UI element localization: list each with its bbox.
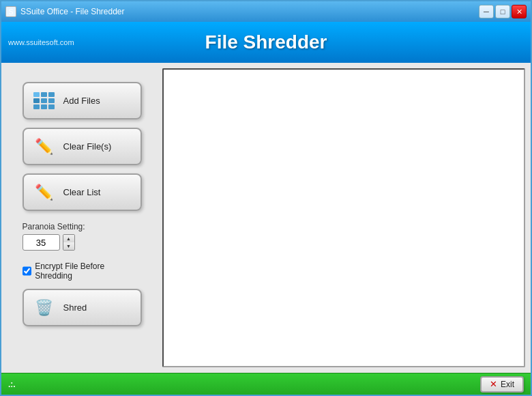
clear-list-button[interactable]: ✏️ Clear List [23, 173, 142, 211]
exit-icon: ✕ [490, 379, 497, 389]
title-bar-controls: ─ □ ✕ [479, 5, 527, 18]
file-list-panel[interactable] [162, 68, 525, 367]
exit-button[interactable]: ✕ Exit [480, 376, 524, 393]
app-window: S SSuite Office - File Shredder ─ □ ✕ ww… [0, 0, 532, 396]
paranoia-label: Paranoia Setting: [23, 222, 142, 231]
minimize-button[interactable]: ─ [479, 5, 494, 18]
maximize-button[interactable]: □ [495, 5, 510, 18]
clear-list-label: Clear List [63, 187, 101, 197]
clear-files-label: Clear File(s) [63, 141, 112, 152]
encrypt-label: Encrypt File Before Shredding [35, 261, 141, 281]
paranoia-input[interactable] [23, 234, 60, 251]
app-icon: S [5, 6, 16, 17]
add-files-label: Add Files [63, 96, 100, 106]
main-content: Add Files ✏️ Clear File(s) ✏️ Clear List… [1, 63, 531, 373]
shred-button[interactable]: 🗑️ Shred [23, 289, 142, 326]
paranoia-section: Paranoia Setting: ▲ ▼ [23, 222, 142, 251]
close-button[interactable]: ✕ [512, 5, 527, 18]
encrypt-checkbox[interactable] [23, 266, 32, 276]
clear-list-icon: ✏️ [32, 180, 57, 205]
app-title: File Shredder [205, 31, 327, 53]
paranoia-spinner: ▲ ▼ [63, 234, 75, 251]
left-panel: Add Files ✏️ Clear File(s) ✏️ Clear List… [7, 68, 157, 367]
add-files-icon [32, 89, 57, 113]
window-title: SSuite Office - File Shredder [20, 7, 125, 16]
exit-label: Exit [501, 380, 514, 389]
title-bar-left: S SSuite Office - File Shredder [5, 6, 125, 17]
clear-files-icon: ✏️ [32, 135, 57, 159]
encrypt-row: Encrypt File Before Shredding [23, 261, 142, 281]
header-url: www.ssuitesoft.com [8, 38, 74, 46]
shred-label: Shred [63, 302, 87, 313]
shred-icon: 🗑️ [32, 296, 57, 320]
status-text: .:. [8, 380, 16, 389]
paranoia-up-button[interactable]: ▲ [63, 235, 74, 242]
clear-files-button[interactable]: ✏️ Clear File(s) [23, 128, 142, 165]
add-files-button[interactable]: Add Files [23, 82, 142, 119]
status-bar: .:. ✕ Exit [1, 373, 531, 395]
title-bar: S SSuite Office - File Shredder ─ □ ✕ [1, 1, 531, 22]
paranoia-input-row: ▲ ▼ [23, 234, 142, 251]
app-header: www.ssuitesoft.com File Shredder [1, 22, 531, 63]
paranoia-down-button[interactable]: ▼ [63, 242, 74, 250]
